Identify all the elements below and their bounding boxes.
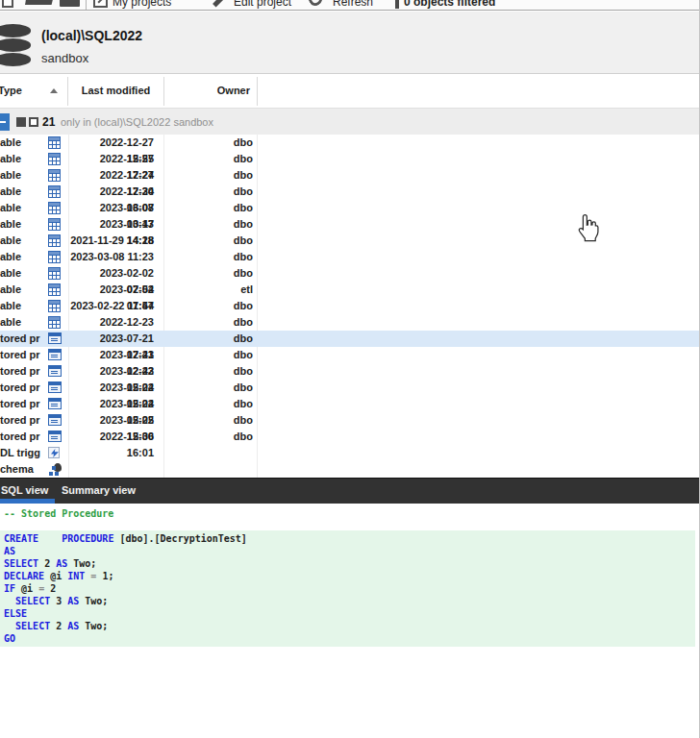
table-row[interactable]: able2022-12-30 16:07dbo xyxy=(0,184,700,200)
last-modified-value: 2021-11-29 14:28 xyxy=(70,233,154,249)
table-row[interactable]: tored pr2023-02-22 15:04dbo xyxy=(0,363,700,380)
owner-value: dbo xyxy=(163,314,253,331)
object-type-label: able xyxy=(0,233,44,249)
object-type-label: able xyxy=(0,135,44,151)
code-line: ELSE xyxy=(4,607,695,620)
table-icon xyxy=(48,283,61,296)
edit-project-button[interactable]: Edit project xyxy=(234,0,291,10)
owner-value: dbo xyxy=(163,363,253,380)
column-type[interactable]: Type xyxy=(0,85,22,96)
table-icon xyxy=(48,202,61,214)
owner-value: dbo xyxy=(163,429,253,445)
table-row[interactable]: DL trigg xyxy=(0,445,700,461)
proc-icon xyxy=(48,365,62,377)
owner-value: dbo xyxy=(163,135,253,151)
table-icon xyxy=(48,169,61,182)
my-projects-button[interactable]: My projects xyxy=(112,0,171,10)
object-type-label: tored pr xyxy=(0,396,44,412)
object-type-label: DL trigg xyxy=(0,445,44,461)
object-type-label: able xyxy=(0,151,44,167)
filled-square-icon xyxy=(16,117,26,127)
object-type-label: able xyxy=(0,282,44,298)
tab-summary-view[interactable]: Summary view xyxy=(62,479,136,504)
proc-icon xyxy=(48,398,62,409)
table-icon xyxy=(48,185,61,198)
table-row[interactable]: able2023-03-08 10:47dbo xyxy=(0,200,700,216)
owner-value: dbo xyxy=(163,298,253,314)
table-row[interactable]: tored pr2023-07-21 12:43dbo xyxy=(0,331,700,347)
edit-pencil-icon[interactable] xyxy=(212,0,227,7)
table-row[interactable]: able2021-11-29 14:28dbo xyxy=(0,233,700,249)
server-header: (local)\SQL2022 sandbox xyxy=(0,12,700,74)
collapse-group-icon[interactable] xyxy=(0,113,10,131)
owner-value: dbo xyxy=(163,184,253,200)
table-icon xyxy=(48,267,61,280)
toolbar-separator xyxy=(86,0,87,11)
schema-icon xyxy=(48,463,62,476)
table-row[interactable]: able2022-12-23 09:38dbo xyxy=(0,314,700,331)
object-type-label: tored pr xyxy=(0,331,44,347)
table-row[interactable]: able2022-12-27 15:55dbo xyxy=(0,135,700,151)
code-line: GO xyxy=(4,632,695,645)
owner-value: dbo xyxy=(163,380,253,396)
object-type-label: tored pr xyxy=(0,347,44,363)
table-row[interactable]: able2023-02-22 11:47dbo xyxy=(0,298,700,314)
code-line: CREATE PROCEDURE [dbo].[DecryptionTest] xyxy=(4,532,695,545)
owner-value: dbo xyxy=(163,331,253,347)
table-icon xyxy=(48,300,61,312)
sort-ascending-icon[interactable] xyxy=(50,88,58,93)
last-modified-value: 2023-02-22 11:47 xyxy=(70,298,154,314)
object-type-label: tored pr xyxy=(0,363,44,380)
save-project-icon[interactable] xyxy=(60,0,80,7)
object-type-label: able xyxy=(0,314,44,331)
table-row[interactable]: able2023-03-13 14:18dbo xyxy=(0,216,700,233)
object-type-label: able xyxy=(0,265,44,282)
table-icon xyxy=(48,218,61,231)
table-row[interactable]: chema xyxy=(0,461,700,478)
table-icon xyxy=(48,251,61,263)
table-icon xyxy=(48,153,61,165)
owner-value: etl xyxy=(163,282,253,298)
filter-icon[interactable] xyxy=(391,0,403,1)
owner-value: dbo xyxy=(163,167,253,184)
refresh-icon[interactable] xyxy=(306,0,324,9)
proc-icon xyxy=(48,430,62,442)
table-icon xyxy=(48,316,61,329)
my-projects-icon[interactable] xyxy=(93,0,108,8)
object-type-label: able xyxy=(0,249,44,265)
toolbar: My projects Edit project Refresh 0 objec… xyxy=(0,0,700,11)
column-last-modified[interactable]: Last modified xyxy=(68,85,163,96)
table-row[interactable]: able2023-03-08 11:23dbo xyxy=(0,249,700,265)
proc-icon xyxy=(48,414,62,426)
owner-value: dbo xyxy=(163,151,253,167)
database-name: sandbox xyxy=(41,51,88,65)
table-row[interactable]: tored pr2023-02-22 15:05dbo xyxy=(0,396,700,412)
object-type-label: able xyxy=(0,216,44,233)
group-count: 21 xyxy=(42,115,55,129)
table-icon xyxy=(48,234,61,247)
server-name: (local)\SQL2022 xyxy=(41,28,142,43)
owner-value: dbo xyxy=(163,396,253,412)
grid-column-header: Type Last modified Owner xyxy=(0,75,700,108)
table-row[interactable]: tored pr2023-07-21 12:43dbo xyxy=(0,347,700,363)
table-row[interactable]: able2022-12-27 17:24dbo xyxy=(0,167,700,184)
database-icon xyxy=(0,23,31,69)
owner-value: dbo xyxy=(163,412,253,429)
code-line: IF @i = 2 xyxy=(4,582,695,595)
open-project-icon[interactable] xyxy=(25,0,54,5)
code-block: CREATE PROCEDURE [dbo].[DecryptionTest]A… xyxy=(0,530,695,647)
table-row[interactable]: able2022-12-27 17:24dbo xyxy=(0,151,700,167)
new-project-icon[interactable] xyxy=(2,0,13,8)
group-row[interactable]: 21 only in (local)\SQL2022 sandbox xyxy=(0,108,700,135)
table-row[interactable]: tored pr2022-12-30 16:01dbo xyxy=(0,429,700,445)
table-row[interactable]: able2023-02-02 07:54etl xyxy=(0,282,700,298)
column-owner[interactable]: Owner xyxy=(163,85,250,96)
code-line: SELECT 3 AS Two; xyxy=(4,595,695,607)
refresh-button[interactable]: Refresh xyxy=(333,0,373,10)
table-row[interactable]: tored pr2023-02-22 15:04dbo xyxy=(0,380,700,396)
object-type-label: tored pr xyxy=(0,380,44,396)
owner-value: dbo xyxy=(163,265,253,282)
table-row[interactable]: tored pr2023-02-22 15:06dbo xyxy=(0,412,700,429)
table-row[interactable]: able2023-02-02 07:54dbo xyxy=(0,265,700,282)
code-comment: -- Stored Procedure xyxy=(4,508,113,519)
